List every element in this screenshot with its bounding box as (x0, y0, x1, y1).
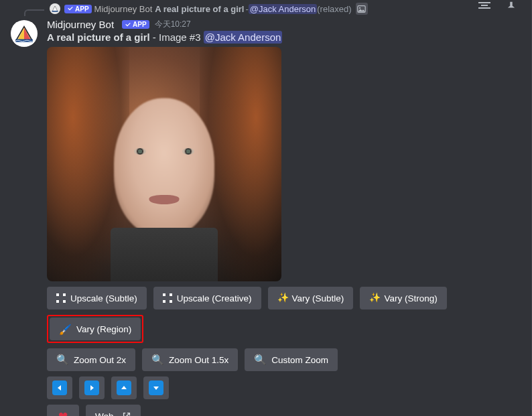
upscale-icon (56, 293, 66, 303)
button-label: Custom Zoom (271, 355, 328, 365)
sparkle-icon (369, 293, 379, 303)
reply-avatar (50, 3, 60, 14)
favorite-button[interactable]: ❤ (47, 405, 79, 416)
button-row-1: Upscale (Subtle) Upscale (Creative) Vary… (47, 287, 521, 309)
vary-strong-button[interactable]: Vary (Strong) (360, 287, 446, 309)
svg-rect-13 (170, 300, 172, 303)
svg-rect-12 (163, 300, 165, 303)
button-row-4 (47, 376, 521, 399)
svg-rect-9 (63, 300, 66, 303)
generated-image[interactable] (47, 47, 281, 281)
svg-rect-10 (163, 293, 165, 296)
heart-icon: ❤ (58, 409, 68, 417)
sparkle-icon (277, 293, 287, 303)
button-row-5: ❤ Web (47, 405, 521, 416)
reply-mention[interactable]: @Jack Anderson (249, 4, 317, 14)
magnifier-icon: 🔍 (151, 354, 164, 366)
reply-username[interactable]: Midjourney Bot (94, 4, 153, 14)
upscale-icon (163, 293, 172, 303)
svg-rect-6 (56, 293, 59, 296)
svg-rect-8 (56, 300, 59, 303)
magnifier-icon: 🔍 (56, 354, 69, 366)
arrow-up-icon (117, 380, 131, 395)
reply-prompt-summary: A real picture of a girl (155, 4, 244, 14)
magnifier-icon: 🔍 (254, 354, 267, 366)
reply-context[interactable]: APP Midjourney Bot A real picture of a g… (0, 0, 532, 15)
reply-suffix: (relaxed) (317, 4, 351, 14)
svg-point-3 (359, 7, 360, 8)
arrow-down-icon (149, 380, 163, 395)
button-label: Vary (Region) (76, 324, 131, 334)
pan-down-button[interactable] (143, 376, 169, 399)
message-username[interactable]: Midjourney Bot (47, 19, 114, 30)
button-label: Zoom Out 1.5x (169, 355, 228, 365)
prompt-text: A real picture of a girl (47, 31, 150, 43)
arrow-left-icon (52, 380, 67, 395)
prompt-image-label: - Image #3 (150, 31, 204, 43)
pan-right-button[interactable] (79, 376, 105, 399)
upscale-creative-button[interactable]: Upscale (Creative) (153, 287, 261, 309)
vary-region-button[interactable]: 🖌️ Vary (Region) (50, 318, 141, 340)
external-link-icon (122, 411, 131, 416)
prompt-line: A real picture of a girl - Image #3 @Jac… (47, 31, 521, 43)
highlight-annotation: 🖌️ Vary (Region) (47, 315, 143, 343)
button-row-2: 🖌️ Vary (Region) (47, 315, 521, 343)
message-header: Midjourney Bot APP 今天10:27 (47, 19, 521, 30)
button-label: Zoom Out 2x (74, 355, 126, 365)
button-label: Web (95, 411, 114, 417)
app-badge-text: APP (133, 21, 147, 28)
message-timestamp: 今天10:27 (155, 19, 191, 30)
bot-avatar[interactable] (11, 20, 38, 47)
svg-rect-7 (63, 293, 66, 296)
vary-subtle-button[interactable]: Vary (Subtle) (268, 287, 354, 309)
brush-icon: 🖌️ (59, 324, 72, 334)
pan-up-button[interactable] (111, 376, 137, 399)
pan-left-button[interactable] (47, 376, 72, 399)
web-link-button[interactable]: Web (86, 405, 141, 416)
action-buttons: Upscale (Subtle) Upscale (Creative) Vary… (47, 287, 521, 416)
button-label: Vary (Strong) (384, 293, 437, 303)
svg-rect-1 (52, 11, 58, 12)
arrow-right-icon (84, 380, 99, 395)
message: Midjourney Bot APP 今天10:27 A real pictur… (0, 15, 532, 416)
app-badge-text: APP (75, 5, 89, 13)
app-badge-msg: APP (122, 20, 149, 29)
custom-zoom-button[interactable]: 🔍 Custom Zoom (245, 348, 338, 371)
image-attachment-icon (356, 3, 368, 15)
app-badge-reply: APP (64, 5, 92, 13)
button-label: Vary (Subtle) (292, 293, 344, 303)
svg-marker-0 (52, 6, 58, 11)
zoom-out-1-5x-button[interactable]: 🔍 Zoom Out 1.5x (142, 348, 238, 371)
button-row-3: 🔍 Zoom Out 2x 🔍 Zoom Out 1.5x 🔍 Custom Z… (47, 348, 521, 371)
svg-rect-11 (170, 293, 172, 296)
zoom-out-2x-button[interactable]: 🔍 Zoom Out 2x (47, 348, 135, 371)
prompt-mention[interactable]: @Jack Anderson (204, 31, 283, 44)
upscale-subtle-button[interactable]: Upscale (Subtle) (47, 287, 147, 309)
button-label: Upscale (Subtle) (70, 293, 137, 303)
button-label: Upscale (Creative) (177, 293, 252, 303)
